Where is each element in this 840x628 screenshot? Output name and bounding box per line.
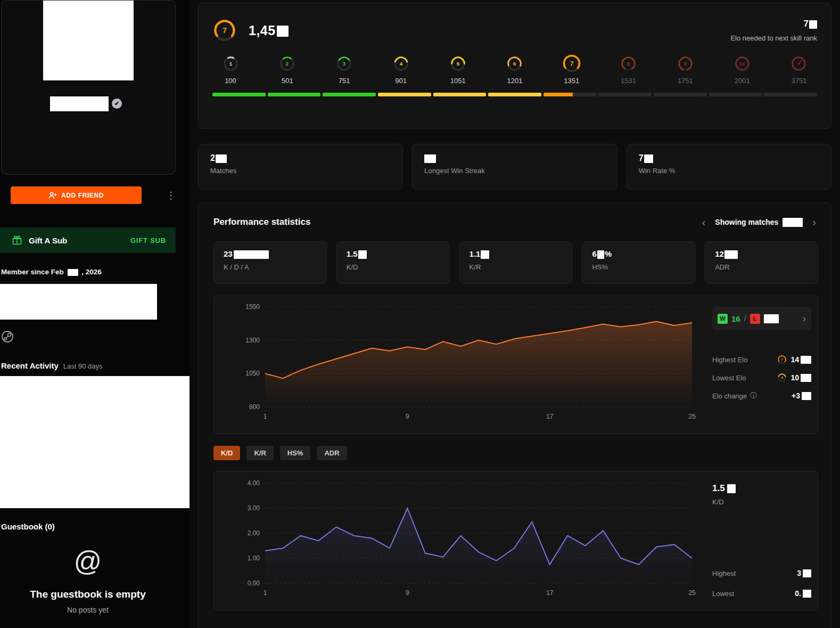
tab-kd[interactable]: K/D bbox=[213, 446, 240, 460]
redacted-adr bbox=[724, 250, 738, 259]
current-level-badge: 7 bbox=[212, 18, 237, 43]
guestbook-title: Guestbook (0) bbox=[1, 522, 190, 531]
gift-sub-banner: Gift A Sub GIFT SUB bbox=[0, 227, 176, 253]
svg-text:1300: 1300 bbox=[245, 337, 260, 344]
svg-text:0.00: 0.00 bbox=[248, 580, 260, 587]
redacted-win-rate bbox=[644, 154, 653, 163]
kd-history-chart: 0.001.002.003.004.00191725 bbox=[214, 471, 709, 610]
current-elo: 1,45 bbox=[249, 23, 289, 38]
showing-matches: Showing matches bbox=[715, 218, 803, 227]
elo-chart-card: 800105013001550191725 W 16 / L › Highest… bbox=[213, 295, 818, 434]
svg-text:17: 17 bbox=[546, 413, 554, 420]
elo-needed-value: 7 bbox=[730, 19, 817, 29]
chevron-left-icon[interactable]: ‹ bbox=[700, 217, 708, 227]
level-6-icon: 6 bbox=[506, 55, 523, 72]
skill-level-badge-1: 1100 bbox=[213, 55, 248, 85]
skill-level-badge-5: 51051 bbox=[441, 55, 475, 85]
stat-cards-row: 23 K / D / A 1.5 K/D 1.1 K/R 6% HS% 12 A… bbox=[213, 241, 818, 284]
svg-text:3: 3 bbox=[343, 61, 346, 67]
kd-summary-panel: 1.5 K/D Highest 3 Lowest 0. bbox=[709, 471, 818, 610]
redacted-lowest-elo bbox=[801, 374, 811, 382]
svg-text:25: 25 bbox=[688, 413, 696, 420]
gift-sub-button[interactable]: GIFT SUB bbox=[130, 236, 166, 244]
elo-needed-label: Elo needed to next skill rank bbox=[730, 34, 817, 42]
level-7-icon: 7 bbox=[777, 355, 787, 364]
level-5-icon: 5 bbox=[450, 55, 466, 72]
win-rate-card: 7 Win Rate % bbox=[627, 144, 831, 190]
tab-hs[interactable]: HS% bbox=[280, 446, 311, 460]
svg-text:3.00: 3.00 bbox=[248, 504, 260, 512]
svg-text:1: 1 bbox=[229, 61, 232, 67]
skill-level-badge-8: 81531 bbox=[612, 55, 646, 85]
skill-level-badge-6: 61201 bbox=[498, 55, 532, 85]
skill-level-badge-7-current: 71351 bbox=[555, 55, 589, 85]
member-since-prefix: Member since Feb bbox=[1, 268, 64, 276]
kd-chart-card: 0.001.002.003.004.00191725 1.5 K/D Highe… bbox=[213, 471, 818, 610]
level-3-icon: 3 bbox=[336, 55, 352, 72]
chevron-right-icon[interactable]: › bbox=[810, 217, 818, 227]
redacted-kd-highest bbox=[803, 569, 811, 577]
kd-lowest-row: Lowest 0. bbox=[712, 588, 811, 599]
svg-text:9: 9 bbox=[406, 413, 409, 420]
svg-text:1550: 1550 bbox=[245, 303, 260, 311]
redacted-kd-lowest bbox=[803, 590, 811, 598]
svg-text:1: 1 bbox=[263, 589, 267, 597]
gift-sub-title: Gift A Sub bbox=[29, 236, 67, 245]
activity-graph-redacted bbox=[0, 376, 190, 508]
svg-text:25: 25 bbox=[688, 589, 696, 597]
level-9-icon: 9 bbox=[677, 55, 694, 72]
more-options-button[interactable]: ⋮ bbox=[166, 191, 176, 200]
challenger-gauge-icon bbox=[790, 55, 807, 72]
profile-card: ✔ bbox=[1, 0, 176, 175]
guestbook-empty-state: @ The guestbook is empty No posts yet bbox=[0, 545, 176, 614]
level-1-icon: 1 bbox=[223, 55, 239, 72]
kd-card: 1.5 K/D bbox=[336, 241, 450, 284]
level-4-icon: 4 bbox=[393, 55, 409, 72]
svg-text:7: 7 bbox=[781, 358, 783, 361]
redacted-kd bbox=[358, 250, 367, 259]
loss-badge: L bbox=[750, 314, 760, 324]
win-streak-card: Longest Win Streak bbox=[412, 144, 617, 190]
at-icon: @ bbox=[0, 545, 176, 577]
profile-bio-redacted bbox=[0, 284, 157, 320]
add-friend-button[interactable]: ADD FRIEND bbox=[11, 186, 142, 204]
skill-level-badge-3: 3751 bbox=[327, 55, 361, 85]
verified-badge-icon: ✔ bbox=[112, 99, 122, 109]
svg-text:8: 8 bbox=[627, 61, 630, 67]
redacted-win-streak bbox=[424, 154, 436, 163]
kd-average-value: 1.5 bbox=[712, 483, 811, 494]
matches-card: 2 Matches bbox=[198, 144, 403, 190]
performance-title: Performance statistics bbox=[213, 217, 310, 227]
win-loss-summary[interactable]: W 16 / L › bbox=[712, 307, 811, 330]
username bbox=[50, 96, 109, 111]
redacted-elo bbox=[277, 26, 289, 37]
add-friend-label: ADD FRIEND bbox=[61, 192, 104, 199]
redacted-highest-elo bbox=[801, 356, 811, 364]
kda-card: 23 K / D / A bbox=[213, 241, 327, 284]
member-since-suffix: , 2026 bbox=[81, 268, 102, 276]
redacted-elo-change bbox=[802, 392, 811, 400]
svg-text:9: 9 bbox=[406, 589, 409, 597]
svg-text:5: 5 bbox=[456, 61, 459, 67]
guestbook-empty-title: The guestbook is empty bbox=[0, 589, 176, 600]
svg-text:2: 2 bbox=[286, 61, 289, 67]
elo-change-row: Elo change ⓘ +3 bbox=[712, 390, 811, 402]
tab-kr[interactable]: K/R bbox=[246, 446, 273, 460]
skill-levels-row: 1100 2501 3751 4901 51051 61201 71351 81… bbox=[212, 55, 817, 85]
svg-text:800: 800 bbox=[249, 403, 260, 411]
steam-icon[interactable] bbox=[1, 330, 14, 343]
kr-card: 1.1 K/R bbox=[459, 241, 573, 284]
level-8-icon: 8 bbox=[620, 55, 637, 72]
tab-adr[interactable]: ADR bbox=[317, 446, 347, 460]
skill-level-badge-9: 91751 bbox=[668, 55, 702, 85]
level-7-icon: 7 bbox=[562, 53, 582, 74]
redacted-loss-count bbox=[764, 314, 779, 323]
kd-highest-row: Highest 3 bbox=[712, 567, 811, 579]
elo-overview-card: 7 1,45 7 Elo needed to next skill rank 1… bbox=[198, 3, 831, 129]
svg-text:1: 1 bbox=[263, 413, 267, 420]
avatar bbox=[43, 1, 134, 80]
skill-level-badge-4: 4901 bbox=[384, 55, 418, 85]
recent-activity-range: Last 90 days bbox=[63, 362, 103, 370]
performance-section: Performance statistics ‹ Showing matches… bbox=[198, 202, 831, 628]
skill-level-badge-2: 2501 bbox=[270, 55, 304, 85]
